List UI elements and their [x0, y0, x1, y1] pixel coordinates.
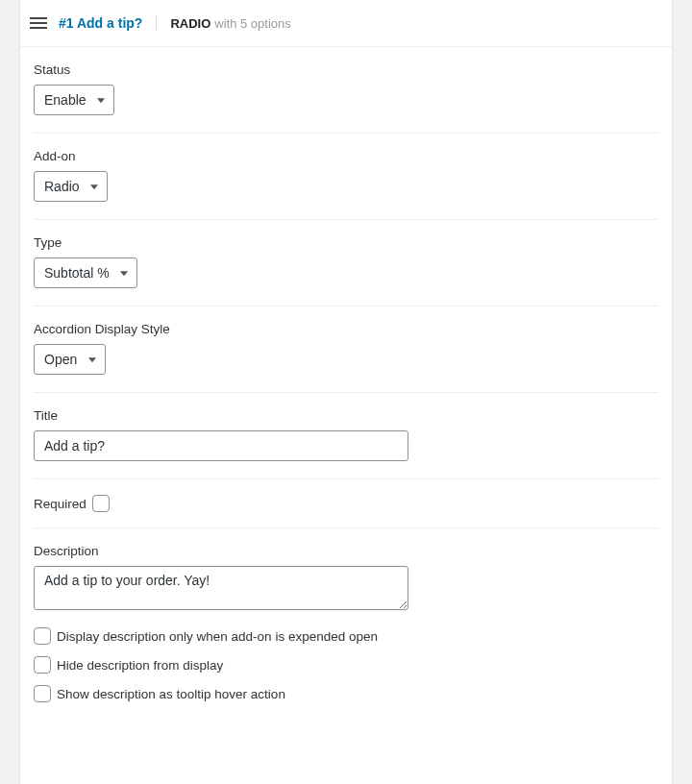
description-textarea[interactable] [34, 566, 408, 610]
field-description: Description Display description only whe… [34, 528, 658, 720]
accordion-label: Accordion Display Style [34, 322, 658, 336]
opt-hide-row: Hide description from display [34, 656, 658, 674]
addon-type-suffix: with 5 options [214, 16, 291, 31]
status-label: Status [34, 62, 658, 77]
divider [156, 15, 157, 31]
field-accordion: Accordion Display Style Open [34, 306, 658, 393]
opt-display-expanded-label[interactable]: Display description only when add-on is … [57, 629, 378, 644]
field-type: Type Subtotal % [34, 220, 658, 306]
description-label: Description [34, 544, 658, 558]
type-select-wrap: Subtotal % [34, 257, 137, 288]
status-select[interactable]: Enable [34, 85, 114, 115]
opt-hide-label[interactable]: Hide description from display [57, 658, 223, 673]
opt-tooltip-checkbox[interactable] [34, 685, 51, 702]
required-label: Required [34, 497, 86, 511]
type-label: Type [34, 235, 658, 250]
description-options: Display description only when add-on is … [34, 614, 658, 702]
opt-hide-checkbox[interactable] [34, 656, 51, 674]
required-checkbox[interactable] [92, 495, 110, 512]
opt-display-expanded-row: Display description only when add-on is … [34, 627, 658, 645]
opt-tooltip-row: Show description as tooltip hover action [34, 685, 658, 702]
accordion-select-wrap: Open [34, 344, 106, 375]
drag-handle-icon[interactable] [28, 13, 49, 33]
opt-display-expanded-checkbox[interactable] [34, 627, 51, 645]
addon-label: Add-on [34, 149, 658, 163]
field-required: Required [34, 479, 658, 528]
field-addon: Add-on Radio [34, 134, 658, 220]
addon-select-wrap: Radio [34, 171, 108, 202]
field-title: Title [34, 393, 658, 479]
panel-header: #1 Add a tip? RADIO with 5 options [20, 0, 672, 47]
opt-tooltip-label[interactable]: Show description as tooltip hover action [57, 687, 285, 701]
accordion-select[interactable]: Open [34, 344, 106, 375]
type-select[interactable]: Subtotal % [34, 257, 137, 288]
addon-select[interactable]: Radio [34, 171, 108, 202]
title-label: Title [34, 408, 658, 423]
title-input[interactable] [34, 430, 408, 461]
addon-panel: #1 Add a tip? RADIO with 5 options Statu… [19, 0, 673, 784]
addon-type-label: RADIO [170, 16, 210, 31]
field-status: Status Enable [34, 47, 658, 134]
addon-title[interactable]: #1 Add a tip? [59, 15, 142, 31]
fields-container: Status Enable Add-on Radio Type Subtotal… [20, 47, 672, 720]
status-select-wrap: Enable [34, 85, 114, 115]
